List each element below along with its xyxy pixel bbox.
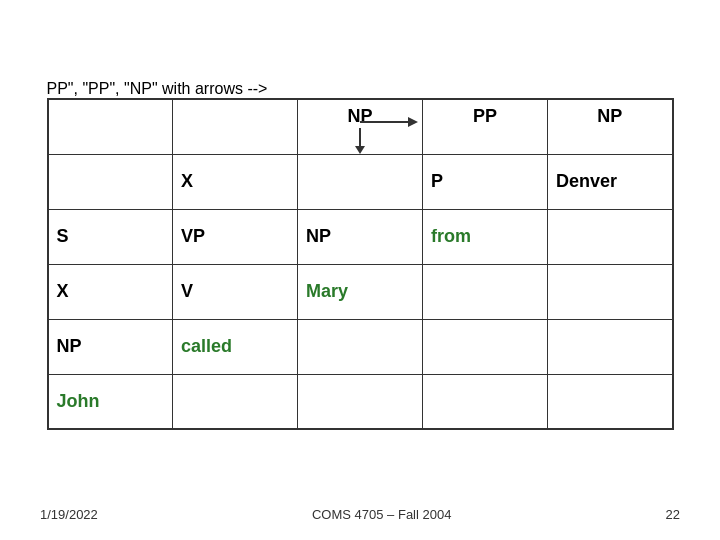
john-label: John [57,391,100,411]
cell-4-2 [298,319,423,374]
cell-1-0 [48,154,173,209]
cell-0-0 [48,99,173,154]
from-label: from [431,226,471,246]
s-label: S [57,226,69,246]
cell-1-4: Denver [548,154,673,209]
cell-0-1 [173,99,298,154]
table-row: NP PP NP [48,99,673,154]
cell-1-1: X [173,154,298,209]
np-label-top-right: NP [597,106,622,126]
cell-3-2: Mary [298,264,423,319]
cell-3-3 [423,264,548,319]
footer: 1/19/2022 COMS 4705 – Fall 2004 22 [0,507,720,522]
cell-2-3: from [423,209,548,264]
cell-3-0: X [48,264,173,319]
called-label: called [181,336,232,356]
cell-2-4 [548,209,673,264]
cell-5-4 [548,374,673,429]
table-wrapper: PP", "PP", "NP" with arrows --> NP [47,80,674,430]
x-label-r3: X [57,281,69,301]
cell-4-1: called [173,319,298,374]
cell-1-2 [298,154,423,209]
table-row: S VP NP from [48,209,673,264]
cell-1-3: P [423,154,548,209]
cell-3-1: V [173,264,298,319]
cell-4-4 [548,319,673,374]
cell-5-0: John [48,374,173,429]
cell-0-3: PP [423,99,548,154]
slide-container: PP", "PP", "NP" with arrows --> NP [0,0,720,540]
denver-label: Denver [556,171,617,191]
cell-4-0: NP [48,319,173,374]
cell-5-1 [173,374,298,429]
footer-page: 22 [666,507,680,522]
cell-2-2: NP [298,209,423,264]
cell-0-2: NP [298,99,423,154]
cell-2-0: S [48,209,173,264]
table-row: X P Denver [48,154,673,209]
parse-tree-table: NP PP NP [47,98,674,430]
cell-4-3 [423,319,548,374]
vp-label: VP [181,226,205,246]
footer-course: COMS 4705 – Fall 2004 [312,507,451,522]
footer-date: 1/19/2022 [40,507,98,522]
cell-5-2 [298,374,423,429]
cell-0-4: NP [548,99,673,154]
svg-marker-3 [408,117,418,127]
cell-5-3 [423,374,548,429]
mary-label: Mary [306,281,348,301]
np-arrow-right [360,112,430,132]
p-label: P [431,171,443,191]
x-label-r1: X [181,171,193,191]
np-label-r2: NP [306,226,331,246]
table-row: X V Mary [48,264,673,319]
np-label-r4: NP [57,336,82,356]
cell-3-4 [548,264,673,319]
svg-marker-1 [355,146,365,154]
pp-label-top: PP [473,106,497,126]
table-row: John [48,374,673,429]
v-label: V [181,281,193,301]
table-row: NP called [48,319,673,374]
cell-2-1: VP [173,209,298,264]
